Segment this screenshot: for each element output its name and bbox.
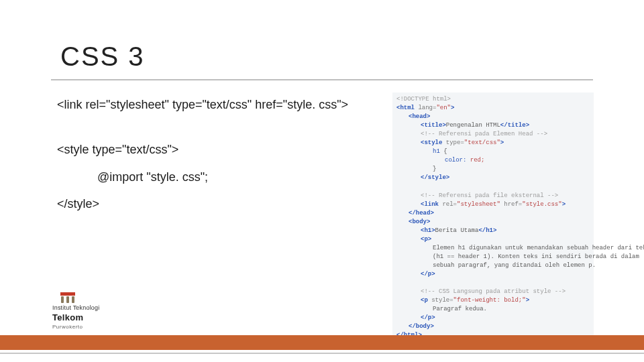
footer-underline bbox=[0, 353, 644, 354]
code-snippet-panel: <!DOCTYPE html> <html lang="en"> <head> … bbox=[392, 93, 594, 343]
slide-title: CSS 3 bbox=[60, 42, 145, 72]
example-style-open: <style type="text/css"> bbox=[57, 140, 379, 160]
logo-line-1: Institut Teknologi bbox=[52, 304, 99, 311]
title-underline bbox=[51, 79, 593, 80]
footer-accent-bar bbox=[0, 335, 644, 350]
example-import-rule: @import "style. css"; bbox=[57, 168, 379, 187]
logo-line-2: Telkom bbox=[52, 312, 83, 322]
example-link-tag: <link rel="stylesheet" type="text/css" h… bbox=[57, 95, 379, 115]
left-code-examples: <link rel="stylesheet" type="text/css" h… bbox=[57, 95, 379, 214]
example-style-close: </style> bbox=[57, 194, 379, 214]
institution-logo: Institut Teknologi Telkom Purwokerto bbox=[52, 292, 99, 330]
logo-mark-icon bbox=[60, 292, 75, 303]
logo-line-3: Purwokerto bbox=[52, 324, 83, 330]
